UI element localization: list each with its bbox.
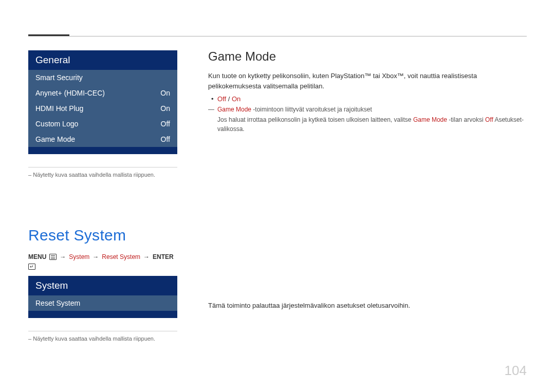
callout-term: Game Mode [217, 106, 251, 113]
callout-warnings: Game Mode -toimintoon liittyvät varoituk… [208, 106, 527, 113]
menu-row-smart-security[interactable]: Smart Security [28, 70, 177, 85]
breadcrumb: MENU → System → Reset System → ENTER [28, 253, 177, 270]
note-divider [28, 331, 177, 331]
menu-row-reset-system[interactable]: Reset System [28, 295, 177, 311]
page: General Smart Security Anynet+ (HDMI-CEC… [0, 0, 555, 392]
sub-term-off: Off [485, 116, 493, 123]
section-title-reset-system: Reset System [28, 227, 177, 244]
panel-rows: Reset System [28, 295, 177, 311]
left-column: General Smart Security Anynet+ (HDMI-CEC… [28, 50, 177, 342]
panel-title: System [28, 276, 177, 295]
arrow-icon: → [143, 253, 150, 260]
top-rule [28, 36, 527, 36]
image-disclaimer-note: Näytetty kuva saattaa vaihdella mallista… [28, 172, 177, 178]
panel-title: General [28, 50, 177, 70]
row-value: On [160, 89, 170, 97]
row-label: Reset System [35, 299, 80, 307]
breadcrumb-menu: MENU [28, 253, 46, 260]
row-label: Smart Security [35, 73, 83, 82]
row-label: HDMI Hot Plug [35, 104, 83, 113]
columns: General Smart Security Anynet+ (HDMI-CEC… [28, 50, 527, 342]
breadcrumb-enter: ENTER [153, 253, 174, 260]
menu-row-custom-logo[interactable]: Custom Logo Off [28, 116, 177, 132]
row-value: Off [161, 135, 170, 143]
option-on: On [232, 95, 240, 103]
callout-detail: Jos haluat irrottaa pelikonsolin ja kytk… [208, 115, 527, 134]
sub-term-game-mode: Game Mode [413, 116, 447, 123]
option-sep: / [226, 95, 232, 103]
callout-text: -toimintoon liittyvät varoitukset ja raj… [251, 106, 372, 113]
row-value: Off [161, 120, 170, 128]
right-column: Game Mode Kun tuote on kytketty pelikons… [208, 50, 527, 342]
image-disclaimer-note: Näytetty kuva saattaa vaihdella mallista… [28, 335, 177, 342]
arrow-icon: → [60, 253, 66, 260]
top-mark [28, 34, 69, 36]
sub-text: Jos haluat irrottaa pelikonsolin ja kytk… [217, 116, 413, 123]
game-mode-description: Kun tuote on kytketty pelikonsoliin, kut… [208, 71, 527, 91]
option-off: Off [217, 95, 226, 103]
heading-game-mode: Game Mode [208, 49, 527, 64]
panel-footer-bar [28, 311, 177, 318]
row-label: Game Mode [35, 135, 75, 143]
breadcrumb-system: System [69, 253, 89, 260]
arrow-icon: → [92, 253, 99, 260]
panel-rows: Smart Security Anynet+ (HDMI-CEC) On HDM… [28, 70, 177, 147]
row-label: Anynet+ (HDMI-CEC) [35, 89, 105, 97]
reset-system-description: Tämä toiminto palauttaa järjestelmävalik… [208, 301, 527, 311]
row-label: Custom Logo [35, 120, 78, 128]
menu-row-hdmi-hot-plug[interactable]: HDMI Hot Plug On [28, 101, 177, 116]
menu-row-anynet[interactable]: Anynet+ (HDMI-CEC) On [28, 85, 177, 101]
row-value: On [160, 104, 170, 113]
breadcrumb-reset-system: Reset System [102, 253, 140, 260]
menu-panel-system: System Reset System [28, 276, 177, 318]
enter-icon [28, 264, 35, 270]
menu-icon [49, 254, 57, 260]
menu-panel-general: General Smart Security Anynet+ (HDMI-CEC… [28, 50, 177, 154]
menu-row-game-mode[interactable]: Game Mode Off [28, 132, 177, 147]
note-divider [28, 167, 177, 167]
panel-footer-bar [28, 147, 177, 154]
page-number: 104 [505, 363, 527, 379]
option-bullet: Off / On [208, 95, 527, 103]
sub-text: -tilan arvoksi [447, 116, 485, 123]
